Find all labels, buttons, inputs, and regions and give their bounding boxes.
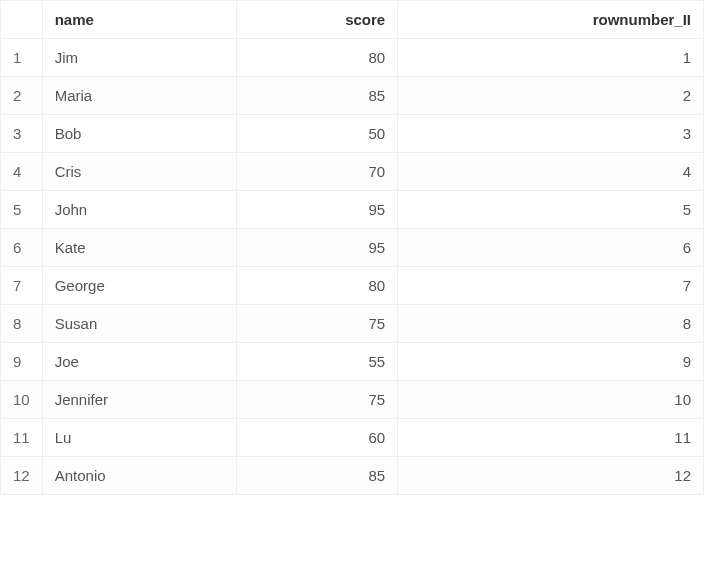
cell-rownumber: 8: [398, 305, 704, 343]
table-row: 6 Kate 95 6: [1, 229, 704, 267]
cell-index: 12: [1, 457, 43, 495]
cell-score: 85: [236, 457, 397, 495]
cell-score: 70: [236, 153, 397, 191]
table-row: 3 Bob 50 3: [1, 115, 704, 153]
table-row: 1 Jim 80 1: [1, 39, 704, 77]
table-row: 4 Cris 70 4: [1, 153, 704, 191]
cell-name: Jennifer: [42, 381, 236, 419]
cell-index: 4: [1, 153, 43, 191]
cell-rownumber: 3: [398, 115, 704, 153]
header-score: score: [236, 1, 397, 39]
cell-score: 95: [236, 229, 397, 267]
table-row: 11 Lu 60 11: [1, 419, 704, 457]
header-rownumber: rownumber_II: [398, 1, 704, 39]
cell-score: 55: [236, 343, 397, 381]
cell-rownumber: 6: [398, 229, 704, 267]
cell-score: 50: [236, 115, 397, 153]
cell-rownumber: 12: [398, 457, 704, 495]
cell-score: 80: [236, 39, 397, 77]
table-row: 7 George 80 7: [1, 267, 704, 305]
cell-score: 80: [236, 267, 397, 305]
cell-index: 7: [1, 267, 43, 305]
cell-rownumber: 4: [398, 153, 704, 191]
cell-name: Susan: [42, 305, 236, 343]
cell-score: 75: [236, 305, 397, 343]
cell-score: 85: [236, 77, 397, 115]
cell-index: 3: [1, 115, 43, 153]
cell-rownumber: 9: [398, 343, 704, 381]
cell-name: George: [42, 267, 236, 305]
cell-index: 2: [1, 77, 43, 115]
cell-index: 5: [1, 191, 43, 229]
cell-rownumber: 7: [398, 267, 704, 305]
cell-score: 60: [236, 419, 397, 457]
table-row: 12 Antonio 85 12: [1, 457, 704, 495]
cell-score: 75: [236, 381, 397, 419]
cell-name: Kate: [42, 229, 236, 267]
cell-name: Bob: [42, 115, 236, 153]
table-row: 10 Jennifer 75 10: [1, 381, 704, 419]
cell-name: Cris: [42, 153, 236, 191]
data-table: name score rownumber_II 1 Jim 80 1 2 Mar…: [0, 0, 704, 495]
header-index: [1, 1, 43, 39]
cell-rownumber: 10: [398, 381, 704, 419]
cell-name: Maria: [42, 77, 236, 115]
cell-rownumber: 5: [398, 191, 704, 229]
cell-name: Antonio: [42, 457, 236, 495]
table-header-row: name score rownumber_II: [1, 1, 704, 39]
cell-index: 6: [1, 229, 43, 267]
cell-index: 9: [1, 343, 43, 381]
cell-index: 8: [1, 305, 43, 343]
cell-index: 10: [1, 381, 43, 419]
cell-rownumber: 11: [398, 419, 704, 457]
cell-name: John: [42, 191, 236, 229]
header-name: name: [42, 1, 236, 39]
cell-rownumber: 2: [398, 77, 704, 115]
cell-name: Joe: [42, 343, 236, 381]
table-row: 5 John 95 5: [1, 191, 704, 229]
cell-name: Jim: [42, 39, 236, 77]
table-row: 8 Susan 75 8: [1, 305, 704, 343]
cell-rownumber: 1: [398, 39, 704, 77]
table-row: 2 Maria 85 2: [1, 77, 704, 115]
cell-score: 95: [236, 191, 397, 229]
cell-index: 11: [1, 419, 43, 457]
table-row: 9 Joe 55 9: [1, 343, 704, 381]
cell-name: Lu: [42, 419, 236, 457]
cell-index: 1: [1, 39, 43, 77]
